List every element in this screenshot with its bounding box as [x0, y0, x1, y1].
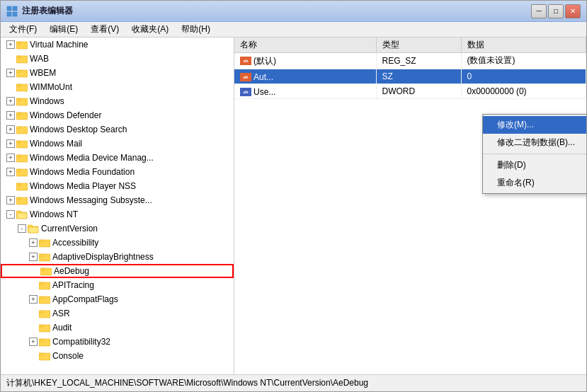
registry-table: 名称 类型 数据 ab (默认) REG_SZ: [234, 38, 586, 99]
expand-compat32[interactable]: +: [29, 338, 38, 346]
tree-item-asr[interactable]: ASR: [1, 306, 234, 321]
folder-icon: [39, 309, 50, 318]
folder-icon: [16, 82, 28, 92]
expand-vm[interactable]: +: [6, 40, 15, 49]
tree-item-current-version[interactable]: - CurrentVersion: [1, 221, 234, 236]
menu-file[interactable]: 文件(F): [4, 22, 42, 37]
ab-icon: ab: [240, 57, 251, 65]
expand-wmf[interactable]: +: [6, 168, 15, 176]
table-row[interactable]: ab (默认) REG_SZ (数值未设置): [234, 53, 586, 69]
title-bar: 注册表编辑器 ─ □ ✕: [1, 1, 586, 22]
tree-item-windows-desktop-search[interactable]: + Windows Desktop Search: [1, 122, 234, 137]
close-button[interactable]: ✕: [565, 4, 581, 18]
ctx-item-rename[interactable]: 重命名(R): [483, 174, 586, 192]
tree-item-wbem[interactable]: + WBEM: [1, 66, 234, 80]
tree-label: ASR: [52, 309, 70, 318]
folder-icon: [39, 337, 50, 347]
tree-item-windows-messaging[interactable]: + Windows Messaging Subsyste...: [1, 193, 234, 207]
tree-item-apitracing[interactable]: APITracing: [1, 278, 234, 292]
menu-help[interactable]: 帮助(H): [176, 22, 216, 37]
expand-windows[interactable]: +: [6, 97, 15, 105]
registry-editor-window: 注册表编辑器 ─ □ ✕ 文件(F) 编辑(E) 查看(V) 收藏夹(A) 帮助…: [0, 0, 587, 392]
folder-icon: [16, 40, 28, 50]
expand-windefender[interactable]: +: [6, 111, 15, 120]
table-row[interactable]: ab Aut... SZ 0: [234, 69, 586, 83]
tree-item-audit[interactable]: Audit: [1, 321, 234, 335]
menu-view[interactable]: 查看(V): [85, 22, 125, 37]
menu-favorites[interactable]: 收藏夹(A): [126, 22, 174, 37]
tree-label: Windows: [30, 96, 64, 106]
svg-rect-0: [7, 6, 11, 11]
tree-label: WIMMoUnt: [30, 82, 72, 92]
folder-icon: [16, 96, 28, 106]
tree-item-appcompat[interactable]: + AppCompatFlags: [1, 292, 234, 306]
context-menu: 修改(M)... 修改二进制数据(B)... 删除(D) 重命名(R): [482, 114, 586, 194]
expand-wds[interactable]: +: [6, 125, 15, 134]
tree-item-windows-media-foundation[interactable]: + Windows Media Foundation: [1, 165, 234, 179]
tree-item-virtual-machine[interactable]: + Virtual Machine: [1, 38, 234, 52]
tree-item-console[interactable]: Console: [1, 349, 234, 363]
tree-item-windows-nt[interactable]: - Windows NT: [1, 207, 234, 221]
svg-rect-27: [16, 197, 21, 200]
tree-label: Windows Messaging Subsyste...: [30, 195, 152, 205]
expand-wmail[interactable]: +: [6, 139, 15, 148]
tree-item-accessibility[interactable]: + Accessibility: [1, 236, 234, 250]
expand-wmdd[interactable]: +: [6, 154, 15, 162]
folder-icon: [39, 252, 50, 262]
maximize-button[interactable]: □: [548, 4, 564, 18]
folder-icon-open: [28, 224, 39, 234]
expand-wbem[interactable]: +: [6, 69, 15, 77]
minimize-button[interactable]: ─: [531, 4, 547, 18]
tree-label: Windows Media Player NSS: [30, 181, 136, 191]
svg-rect-49: [39, 339, 43, 341]
expand-cv[interactable]: -: [18, 224, 26, 233]
tree-item-wab[interactable]: WAB: [1, 52, 234, 66]
folder-icon: [39, 280, 50, 290]
tree-label: AdaptiveDisplayBrightness: [52, 252, 154, 262]
tree-item-windows-defender[interactable]: + Windows Defender: [1, 108, 234, 122]
table-row[interactable]: ab Use... DWORD 0x00000000 (0): [234, 83, 586, 98]
folder-icon: [16, 110, 28, 120]
ctx-item-modify-binary[interactable]: 修改二进制数据(B)...: [483, 134, 586, 151]
svg-rect-30: [17, 213, 27, 219]
tree-item-windows-media-player-nss[interactable]: Windows Media Player NSS: [1, 179, 234, 193]
reg-data-cell: 0: [461, 69, 586, 83]
tree-item-wimmount[interactable]: WIMMoUnt: [1, 80, 234, 94]
ctx-item-delete[interactable]: 删除(D): [483, 156, 586, 174]
tree-item-windows-media-device[interactable]: + Windows Media Device Manag...: [1, 151, 234, 165]
tree-label: Virtual Machine: [30, 40, 89, 50]
col-header-type: 类型: [376, 38, 461, 53]
tree-item-windows[interactable]: + Windows: [1, 94, 234, 108]
status-bar: 计算机\HKEY_LOCAL_MACHINE\SOFTWARE\Microsof…: [1, 374, 586, 391]
window-title: 注册表编辑器: [22, 5, 73, 17]
tree-item-windows-mail[interactable]: + Windows Mail: [1, 137, 234, 151]
menu-edit[interactable]: 编辑(E): [44, 22, 84, 37]
ctx-item-modify[interactable]: 修改(M)...: [483, 116, 586, 134]
tree-label: Windows Mail: [30, 139, 82, 149]
content-area: + Virtual Machine WAB + WBEM WIMMoUnt +: [1, 38, 586, 374]
expand-appcompat[interactable]: +: [29, 295, 38, 304]
svg-rect-5: [16, 42, 21, 44]
tree-label: Audit: [52, 323, 72, 333]
expand-access[interactable]: +: [29, 238, 38, 247]
svg-rect-19: [16, 141, 21, 143]
svg-rect-7: [16, 56, 21, 58]
expand-wmsg[interactable]: +: [6, 196, 15, 204]
tree-label: AppCompatFlags: [52, 294, 118, 304]
folder-icon: [40, 266, 52, 276]
registry-tree[interactable]: + Virtual Machine WAB + WBEM WIMMoUnt +: [1, 38, 234, 374]
tree-item-aedebug[interactable]: AeDebug: [1, 264, 234, 278]
folder-icon: [39, 323, 50, 333]
folder-icon: [16, 167, 28, 177]
expand-adaptive[interactable]: +: [29, 253, 38, 261]
tree-label: Windows NT: [30, 209, 78, 219]
status-text: 计算机\HKEY_LOCAL_MACHINE\SOFTWARE\Microsof…: [6, 377, 368, 389]
svg-rect-41: [39, 282, 43, 284]
expand-wnt[interactable]: -: [6, 210, 15, 219]
window-controls: ─ □ ✕: [531, 4, 581, 18]
tree-label: APITracing: [52, 280, 94, 290]
svg-rect-9: [16, 70, 21, 72]
tree-item-compat32[interactable]: + Compatibility32: [1, 335, 234, 349]
tree-label: Console: [52, 351, 84, 361]
tree-item-adaptive-display[interactable]: + AdaptiveDisplayBrightness: [1, 250, 234, 264]
